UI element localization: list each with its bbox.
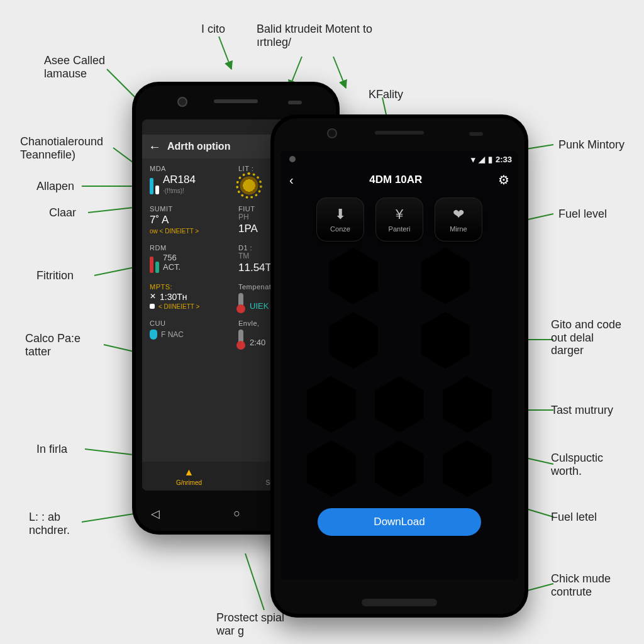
callout-bottom: Prostect spial war g <box>216 611 284 637</box>
metric-value: F NAC <box>161 330 184 339</box>
callout-left-4: Claar <box>49 206 76 219</box>
callout-right-3: Gito and code out delal darger <box>551 318 621 357</box>
metric-value: ACT. <box>163 262 180 272</box>
callout-right-1: Punk Mintory <box>558 138 625 152</box>
hex-label: Visaınıty <box>341 282 365 289</box>
svg-line-2 <box>333 57 346 88</box>
heart-icon: ❤ <box>453 206 464 223</box>
hex-value: 2! <box>460 392 474 409</box>
speaker-icon <box>214 99 258 103</box>
thermometer-icon <box>238 293 243 311</box>
hex-buck[interactable]: ✔buck <box>440 439 494 498</box>
tile-label: Panteri <box>389 225 411 233</box>
callout-left-6: Calco Pa:e tatter <box>25 332 80 358</box>
currency-icon: ¥ <box>396 206 403 223</box>
hex-2ex[interactable]: 2!cof <box>440 375 494 434</box>
tile-conze[interactable]: ⬇Conze <box>316 197 364 242</box>
hex-sosal[interactable]: ⛨Sosal <box>418 247 472 306</box>
tile-label: Conze <box>330 225 350 233</box>
hex-1[interactable]: 1 <box>326 311 380 370</box>
tab-label: G/nrimed <box>176 479 202 486</box>
hex-value: 1 <box>349 331 357 349</box>
page-title: 4DM 10AR <box>369 174 422 186</box>
hex-y0[interactable]: Y:0of <box>372 375 426 434</box>
hex-label: of <box>397 408 402 415</box>
signal-icon: ◢ <box>479 155 485 164</box>
thermometer-icon <box>238 330 243 347</box>
metric-value: 1:30Tн <box>160 292 187 302</box>
front-camera-icon <box>177 97 187 107</box>
status-bar: ▾ ◢ ▮ 2:33 <box>280 151 518 167</box>
back-icon[interactable]: ← <box>148 140 161 154</box>
metric-rdm[interactable]: RDM 756 ACT. <box>147 240 236 279</box>
hex-label: Sosal <box>437 282 453 289</box>
callout-right-4: Tast mutrury <box>551 404 613 417</box>
metric-sumit[interactable]: SUMIT 7˚ A ow < DINEIETT > <box>147 201 236 240</box>
hex-6013p[interactable]: 60'13p <box>372 439 426 498</box>
callout-top-2: Balid ktrudeit Motent to ırtnleg/ <box>257 23 372 48</box>
metric-mpts[interactable]: MPTS: ✕1:30Tн < DIINEIETT > <box>147 279 236 316</box>
hex-d1[interactable]: d1lıdal <box>304 375 358 434</box>
settings-icon[interactable]: ⚙ <box>498 172 509 187</box>
warning-icon: ▲ <box>184 467 194 478</box>
header: ‹ 4DM 10AR ⚙ <box>280 167 518 192</box>
pin-icon <box>150 330 157 340</box>
status-time: 2:33 <box>496 155 512 164</box>
callout-left-7: In firla <box>36 443 67 456</box>
nav-back-icon[interactable]: ◁ <box>151 507 160 521</box>
hex-value: Z <box>349 264 358 281</box>
page-title: Adrth oıption <box>167 141 230 152</box>
hex-label: buck <box>458 472 475 482</box>
callout-top-1: I cito <box>201 23 225 36</box>
tile-mirne[interactable]: ❤Mirne <box>435 197 482 242</box>
tile-panteri[interactable]: ¥Panteri <box>375 197 423 242</box>
metric-value: AR184 <box>163 174 196 186</box>
gear-icon <box>238 175 260 196</box>
callout-right-6: Fuel letel <box>551 511 597 524</box>
hex-visainty[interactable]: ZVisaınıty <box>326 247 380 306</box>
metric-sub: ·(f!tms)! <box>163 187 196 194</box>
callout-top-3: KFality <box>369 88 403 101</box>
tab-1[interactable]: ▲ G/nrimed <box>142 462 236 491</box>
metric-mda[interactable]: MDA AR184 ·(f!tms)! <box>147 161 236 201</box>
sensor-icon <box>469 132 483 136</box>
metric-sub: ow < DINEIETT > <box>150 228 233 235</box>
callout-right-7: Chick mude contrute <box>551 572 611 598</box>
tile-label: Mirne <box>450 225 467 233</box>
svg-line-0 <box>219 36 231 69</box>
home-bar[interactable] <box>362 599 437 606</box>
hex-label: 60'13p <box>386 464 413 474</box>
hex-3[interactable]: 3 <box>418 311 472 370</box>
speaker-icon <box>375 131 424 135</box>
nav-home-icon[interactable]: ○ <box>233 507 240 521</box>
callout-left-1: Asee Called lamause <box>44 54 105 80</box>
hex-label: cof <box>463 411 471 418</box>
download-icon: ⬇ <box>335 206 346 223</box>
metric-value: UIEK <box>250 301 269 311</box>
callout-right-2: Fuel level <box>558 208 607 221</box>
metric-value: 7˚ A <box>150 214 233 226</box>
battery-icon: ▮ <box>488 155 492 164</box>
metric-value: 2:40 <box>250 338 265 347</box>
callout-left-8: L: : ab nchdrer. <box>29 511 70 536</box>
download-button[interactable]: DownLoad <box>318 508 481 536</box>
phone-b-frame: ▾ ◢ ▮ 2:33 ‹ 4DM 10AR ⚙ ⬇Conze ¥Panteri … <box>270 114 528 618</box>
callout-right-5: Culspuctic worth. <box>551 452 603 477</box>
callout-left-3: Allapen <box>36 180 74 193</box>
metric-label: MDA <box>150 165 233 172</box>
phone-b-screen: ▾ ◢ ▮ 2:33 ‹ 4DM 10AR ⚙ ⬇Conze ¥Panteri … <box>280 151 518 580</box>
hex-7pnl[interactable]: ✔7pnl <box>304 439 358 498</box>
metric-label: MPTS: <box>150 283 233 291</box>
hex-value: d1 <box>323 392 340 409</box>
front-camera-icon <box>327 128 337 138</box>
sensor-icon <box>288 101 302 104</box>
back-icon[interactable]: ‹ <box>289 173 294 187</box>
hex-label: lıdal <box>326 411 337 418</box>
metric-cuu[interactable]: CUU F NAC <box>147 316 236 352</box>
callout-left-2: Chanotialeround Teannefile) <box>20 135 103 161</box>
metric-label: CUU <box>150 319 233 327</box>
hex-label: 7pnl <box>324 472 340 482</box>
hex-value: Y:0 <box>391 394 408 407</box>
metric-label: SUMIT <box>150 205 233 213</box>
check-icon: ✔ <box>326 456 337 471</box>
